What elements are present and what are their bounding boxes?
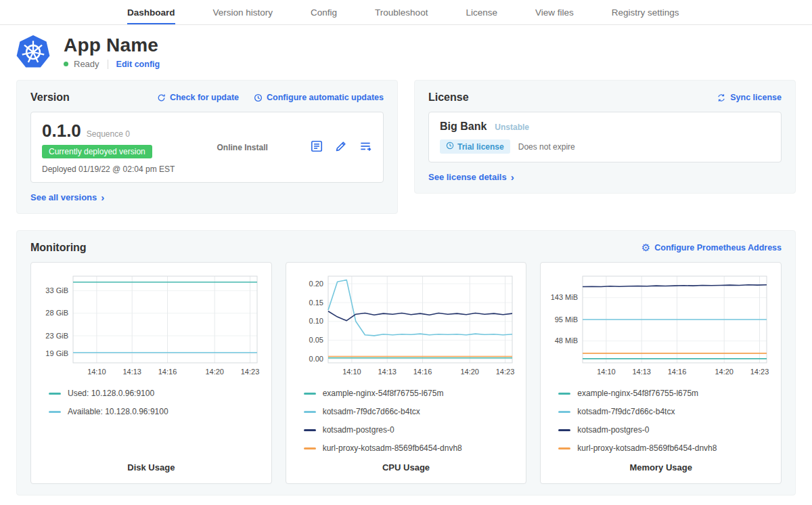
svg-text:14:16: 14:16: [158, 368, 177, 376]
chart-legend: example-nginx-54f8f76755-l675mkotsadm-7f…: [549, 389, 773, 462]
schedule-clock-icon: [254, 93, 263, 102]
view-diff-icon[interactable]: [359, 139, 372, 155]
tab-view-files[interactable]: View files: [535, 0, 574, 24]
svg-text:48 MiB: 48 MiB: [555, 336, 578, 345]
legend-label: Used: 10.128.0.96:9100: [68, 389, 154, 398]
chart-title: Memory Usage: [549, 462, 773, 474]
legend-color-dash: [558, 429, 570, 431]
app-header: App Name Ready Edit config: [0, 25, 812, 77]
channel-name: Unstable: [495, 123, 529, 132]
tab-troubleshoot[interactable]: Troubleshoot: [375, 0, 428, 24]
legend-color-dash: [304, 393, 316, 395]
configure-prometheus-link[interactable]: ⚙ Configure Prometheus Address: [641, 243, 782, 253]
edit-config-icon[interactable]: [334, 139, 348, 155]
svg-text:28 GiB: 28 GiB: [45, 309, 68, 317]
svg-text:0.20: 0.20: [309, 280, 323, 288]
svg-text:0.15: 0.15: [309, 299, 323, 307]
chart-title: Disk Usage: [39, 462, 263, 474]
top-nav: Dashboard Version history Config Trouble…: [0, 0, 812, 25]
chart-legend: Used: 10.128.0.96:9100Available: 10.128.…: [39, 389, 263, 425]
see-license-details-label: See license details: [428, 172, 507, 182]
chart-svg: 48 MiB95 MiB143 MiB14:1014:1314:1614:201…: [549, 271, 772, 382]
svg-text:23 GiB: 23 GiB: [45, 332, 68, 340]
see-all-versions-link[interactable]: See all versions ›: [30, 192, 104, 202]
tab-license[interactable]: License: [466, 0, 497, 24]
legend-color-dash: [49, 393, 61, 395]
monitoring-title: Monitoring: [30, 242, 87, 254]
chart-plot: 48 MiB95 MiB143 MiB14:1014:1314:1614:201…: [549, 271, 773, 385]
legend-item: example-nginx-54f8f76755-l675m: [304, 389, 518, 398]
legend-color-dash: [558, 393, 570, 395]
legend-label: kotsadm-postgres-0: [577, 425, 649, 435]
legend-label: example-nginx-54f8f76755-l675m: [323, 389, 444, 398]
see-license-details-link[interactable]: See license details ›: [428, 172, 514, 182]
charts-row: 19 GiB23 GiB28 GiB33 GiB14:1014:1314:161…: [30, 262, 782, 484]
legend-color-dash: [49, 411, 61, 413]
sync-icon: [717, 93, 726, 102]
sequence-label: Sequence 0: [87, 129, 130, 139]
configure-automatic-updates-link[interactable]: Configure automatic updates: [254, 93, 384, 102]
divider: [108, 60, 108, 69]
svg-text:14:13: 14:13: [378, 368, 397, 376]
legend-item: Available: 10.128.0.96:9100: [49, 407, 263, 416]
configure-prometheus-label: Configure Prometheus Address: [654, 243, 782, 252]
customer-name: Big Bank: [440, 120, 487, 133]
cpu-usage-chart-panel: 0.000.050.100.150.2014:1014:1314:1614:20…: [286, 262, 527, 484]
monitoring-card: Monitoring ⚙ Configure Prometheus Addres…: [16, 230, 796, 496]
sync-license-link[interactable]: Sync license: [717, 93, 782, 102]
legend-label: kotsadm-7f9dc7d66c-b4tcx: [323, 407, 420, 416]
status-text: Ready: [74, 59, 99, 69]
check-for-update-label: Check for update: [170, 93, 239, 102]
svg-text:14:20: 14:20: [205, 368, 224, 376]
legend-label: kurl-proxy-kotsadm-8569fb6454-dnvh8: [323, 443, 462, 453]
status-dot: [64, 62, 68, 66]
svg-text:95 MiB: 95 MiB: [555, 315, 578, 324]
svg-text:33 GiB: 33 GiB: [45, 286, 68, 294]
legend-item: kurl-proxy-kotsadm-8569fb6454-dnvh8: [304, 443, 518, 453]
version-number: 0.1.0: [42, 120, 81, 141]
chart-legend: example-nginx-54f8f76755-l675mkotsadm-7f…: [294, 389, 518, 462]
current-version-panel: 0.1.0 Sequence 0 Currently deployed vers…: [30, 112, 384, 183]
legend-label: kotsadm-postgres-0: [323, 425, 394, 435]
license-expiry: Does not expire: [518, 142, 575, 152]
svg-text:14:16: 14:16: [668, 368, 687, 376]
sync-license-label: Sync license: [730, 93, 782, 102]
svg-text:14:10: 14:10: [87, 368, 106, 376]
license-card-title: License: [428, 91, 469, 104]
clock-icon: [446, 141, 454, 152]
tab-config[interactable]: Config: [311, 0, 337, 24]
svg-text:0.00: 0.00: [309, 355, 323, 363]
svg-text:14:20: 14:20: [715, 368, 734, 376]
chart-plot: 19 GiB23 GiB28 GiB33 GiB14:1014:1314:161…: [39, 271, 263, 385]
chevron-right-icon: ›: [101, 192, 104, 202]
legend-color-dash: [558, 447, 570, 449]
svg-text:14:16: 14:16: [413, 368, 432, 376]
edit-config-link[interactable]: Edit config: [116, 60, 160, 69]
legend-color-dash: [558, 411, 570, 413]
svg-text:14:23: 14:23: [495, 368, 514, 376]
license-panel: Big Bank Unstable Trial license Does not…: [428, 112, 782, 162]
svg-text:0.10: 0.10: [309, 317, 323, 325]
svg-text:14:20: 14:20: [460, 368, 479, 376]
svg-text:14:10: 14:10: [342, 368, 361, 376]
version-card: Version Check for update Configure autom…: [16, 80, 398, 214]
svg-text:14:13: 14:13: [122, 368, 141, 376]
tab-dashboard[interactable]: Dashboard: [127, 0, 175, 24]
legend-color-dash: [304, 429, 316, 431]
chart-svg: 0.000.050.100.150.2014:1014:1314:1614:20…: [294, 271, 518, 382]
gear-icon: ⚙: [641, 243, 650, 253]
legend-item: example-nginx-54f8f76755-l675m: [558, 389, 773, 398]
version-card-title: Version: [30, 91, 70, 104]
legend-item: kurl-proxy-kotsadm-8569fb6454-dnvh8: [558, 443, 773, 453]
svg-text:14:23: 14:23: [241, 368, 260, 376]
release-notes-icon[interactable]: [310, 139, 323, 155]
tab-version-history[interactable]: Version history: [213, 0, 273, 24]
legend-label: Available: 10.128.0.96:9100: [68, 407, 168, 416]
chart-svg: 19 GiB23 GiB28 GiB33 GiB14:1014:1314:161…: [39, 271, 263, 382]
deployed-timestamp: Deployed 01/19/22 @ 02:04 pm EST: [42, 164, 175, 174]
refresh-icon: [157, 93, 166, 102]
legend-label: kotsadm-7f9dc7d66c-b4tcx: [577, 407, 675, 416]
check-for-update-link[interactable]: Check for update: [157, 93, 239, 102]
tab-registry-settings[interactable]: Registry settings: [612, 0, 679, 24]
legend-color-dash: [304, 447, 316, 449]
